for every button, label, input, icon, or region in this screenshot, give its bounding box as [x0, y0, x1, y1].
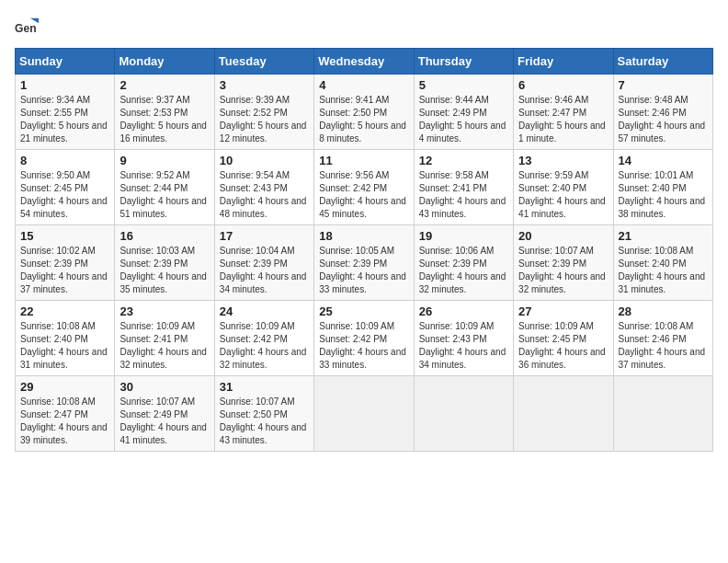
calendar-cell — [314, 376, 414, 452]
logo: Gen — [15, 15, 44, 40]
day-info: Sunrise: 10:09 AM Sunset: 2:42 PM Daylig… — [220, 320, 309, 372]
calendar-cell: 23 Sunrise: 10:09 AM Sunset: 2:41 PM Day… — [115, 301, 214, 376]
day-info: Sunrise: 9:39 AM Sunset: 2:52 PM Dayligh… — [220, 94, 309, 145]
day-info: Sunrise: 10:07 AM Sunset: 2:49 PM Daylig… — [119, 396, 209, 447]
calendar-cell: 3 Sunrise: 9:39 AM Sunset: 2:52 PM Dayli… — [214, 75, 313, 150]
day-number: 12 — [419, 154, 508, 167]
calendar: SundayMondayTuesdayWednesdayThursdayFrid… — [15, 48, 713, 452]
calendar-cell: 22 Sunrise: 10:08 AM Sunset: 2:40 PM Day… — [16, 301, 115, 376]
day-info: Sunrise: 10:03 AM Sunset: 2:39 PM Daylig… — [119, 245, 209, 296]
calendar-cell: 26 Sunrise: 10:09 AM Sunset: 2:43 PM Day… — [414, 301, 513, 376]
calendar-cell: 5 Sunrise: 9:44 AM Sunset: 2:49 PM Dayli… — [414, 75, 513, 150]
day-info: Sunrise: 10:05 AM Sunset: 2:39 PM Daylig… — [319, 245, 408, 296]
day-number: 9 — [119, 154, 209, 167]
calendar-cell: 20 Sunrise: 10:07 AM Sunset: 2:39 PM Day… — [514, 225, 613, 301]
day-info: Sunrise: 9:54 AM Sunset: 2:43 PM Dayligh… — [220, 169, 309, 221]
day-number: 29 — [20, 380, 109, 394]
day-info: Sunrise: 9:56 AM Sunset: 2:42 PM Dayligh… — [319, 169, 408, 221]
day-number: 16 — [119, 229, 209, 243]
calendar-cell — [414, 376, 513, 452]
day-number: 4 — [319, 78, 408, 92]
day-info: Sunrise: 10:02 AM Sunset: 2:39 PM Daylig… — [20, 245, 109, 296]
logo-icon: Gen — [15, 15, 40, 40]
weekday-header-wednesday: Wednesday — [314, 49, 414, 75]
day-number: 23 — [119, 304, 209, 318]
day-info: Sunrise: 10:07 AM Sunset: 2:39 PM Daylig… — [518, 245, 608, 296]
day-number: 8 — [20, 154, 109, 167]
header: Gen — [15, 15, 713, 40]
day-number: 30 — [119, 380, 209, 394]
calendar-cell: 15 Sunrise: 10:02 AM Sunset: 2:39 PM Day… — [16, 225, 115, 301]
calendar-cell: 21 Sunrise: 10:08 AM Sunset: 2:40 PM Day… — [613, 225, 712, 301]
calendar-cell: 11 Sunrise: 9:56 AM Sunset: 2:42 PM Dayl… — [314, 150, 414, 225]
day-number: 14 — [619, 154, 708, 167]
day-info: Sunrise: 9:50 AM Sunset: 2:45 PM Dayligh… — [20, 169, 109, 221]
calendar-cell: 29 Sunrise: 10:08 AM Sunset: 2:47 PM Day… — [16, 376, 115, 452]
calendar-cell: 10 Sunrise: 9:54 AM Sunset: 2:43 PM Dayl… — [214, 150, 313, 225]
weekday-header-sunday: Sunday — [16, 49, 115, 75]
day-info: Sunrise: 9:58 AM Sunset: 2:41 PM Dayligh… — [419, 169, 508, 221]
calendar-cell: 27 Sunrise: 10:09 AM Sunset: 2:45 PM Day… — [514, 301, 613, 376]
calendar-cell: 30 Sunrise: 10:07 AM Sunset: 2:49 PM Day… — [115, 376, 214, 452]
day-number: 17 — [220, 229, 309, 243]
calendar-cell — [514, 376, 613, 452]
day-info: Sunrise: 9:46 AM Sunset: 2:47 PM Dayligh… — [518, 94, 608, 145]
day-number: 11 — [319, 154, 408, 167]
day-number: 19 — [419, 229, 508, 243]
day-info: Sunrise: 10:09 AM Sunset: 2:42 PM Daylig… — [319, 320, 408, 372]
calendar-cell: 16 Sunrise: 10:03 AM Sunset: 2:39 PM Day… — [115, 225, 214, 301]
calendar-cell: 24 Sunrise: 10:09 AM Sunset: 2:42 PM Day… — [214, 301, 313, 376]
day-info: Sunrise: 10:09 AM Sunset: 2:41 PM Daylig… — [119, 320, 209, 372]
calendar-cell: 7 Sunrise: 9:48 AM Sunset: 2:46 PM Dayli… — [613, 75, 712, 150]
day-number: 25 — [319, 304, 408, 318]
calendar-cell: 4 Sunrise: 9:41 AM Sunset: 2:50 PM Dayli… — [314, 75, 414, 150]
day-number: 28 — [619, 304, 708, 318]
day-number: 1 — [20, 78, 109, 92]
calendar-cell: 17 Sunrise: 10:04 AM Sunset: 2:39 PM Day… — [214, 225, 313, 301]
day-number: 7 — [619, 78, 708, 92]
day-number: 2 — [119, 78, 209, 92]
day-info: Sunrise: 10:07 AM Sunset: 2:50 PM Daylig… — [220, 396, 309, 447]
day-number: 15 — [20, 229, 109, 243]
day-number: 24 — [220, 304, 309, 318]
day-info: Sunrise: 9:59 AM Sunset: 2:40 PM Dayligh… — [518, 169, 608, 221]
day-info: Sunrise: 10:08 AM Sunset: 2:47 PM Daylig… — [20, 396, 109, 447]
day-number: 31 — [220, 380, 309, 394]
calendar-cell: 25 Sunrise: 10:09 AM Sunset: 2:42 PM Day… — [314, 301, 414, 376]
weekday-header-friday: Friday — [514, 49, 613, 75]
calendar-cell — [613, 376, 712, 452]
day-info: Sunrise: 9:52 AM Sunset: 2:44 PM Dayligh… — [119, 169, 209, 221]
day-number: 18 — [319, 229, 408, 243]
calendar-cell: 12 Sunrise: 9:58 AM Sunset: 2:41 PM Dayl… — [414, 150, 513, 225]
day-number: 6 — [518, 78, 608, 92]
day-info: Sunrise: 10:04 AM Sunset: 2:39 PM Daylig… — [220, 245, 309, 296]
calendar-cell: 31 Sunrise: 10:07 AM Sunset: 2:50 PM Day… — [214, 376, 313, 452]
weekday-header-thursday: Thursday — [414, 49, 513, 75]
day-info: Sunrise: 9:41 AM Sunset: 2:50 PM Dayligh… — [319, 94, 408, 145]
weekday-header-monday: Monday — [115, 49, 214, 75]
calendar-cell: 8 Sunrise: 9:50 AM Sunset: 2:45 PM Dayli… — [16, 150, 115, 225]
day-info: Sunrise: 10:08 AM Sunset: 2:40 PM Daylig… — [619, 245, 708, 296]
day-number: 5 — [419, 78, 508, 92]
calendar-cell: 1 Sunrise: 9:34 AM Sunset: 2:55 PM Dayli… — [16, 75, 115, 150]
day-info: Sunrise: 10:01 AM Sunset: 2:40 PM Daylig… — [619, 169, 708, 221]
svg-text:Gen: Gen — [15, 22, 37, 35]
weekday-header-saturday: Saturday — [613, 49, 712, 75]
day-number: 26 — [419, 304, 508, 318]
day-number: 27 — [518, 304, 608, 318]
day-info: Sunrise: 10:08 AM Sunset: 2:46 PM Daylig… — [619, 320, 708, 372]
day-number: 3 — [220, 78, 309, 92]
day-number: 10 — [220, 154, 309, 167]
day-info: Sunrise: 10:06 AM Sunset: 2:39 PM Daylig… — [419, 245, 508, 296]
day-info: Sunrise: 10:09 AM Sunset: 2:43 PM Daylig… — [419, 320, 508, 372]
calendar-cell: 13 Sunrise: 9:59 AM Sunset: 2:40 PM Dayl… — [514, 150, 613, 225]
calendar-cell: 28 Sunrise: 10:08 AM Sunset: 2:46 PM Day… — [613, 301, 712, 376]
day-number: 20 — [518, 229, 608, 243]
calendar-cell: 9 Sunrise: 9:52 AM Sunset: 2:44 PM Dayli… — [115, 150, 214, 225]
day-info: Sunrise: 10:09 AM Sunset: 2:45 PM Daylig… — [518, 320, 608, 372]
day-info: Sunrise: 9:48 AM Sunset: 2:46 PM Dayligh… — [619, 94, 708, 145]
calendar-cell: 19 Sunrise: 10:06 AM Sunset: 2:39 PM Day… — [414, 225, 513, 301]
day-info: Sunrise: 10:08 AM Sunset: 2:40 PM Daylig… — [20, 320, 109, 372]
day-info: Sunrise: 9:44 AM Sunset: 2:49 PM Dayligh… — [419, 94, 508, 145]
day-number: 22 — [20, 304, 109, 318]
